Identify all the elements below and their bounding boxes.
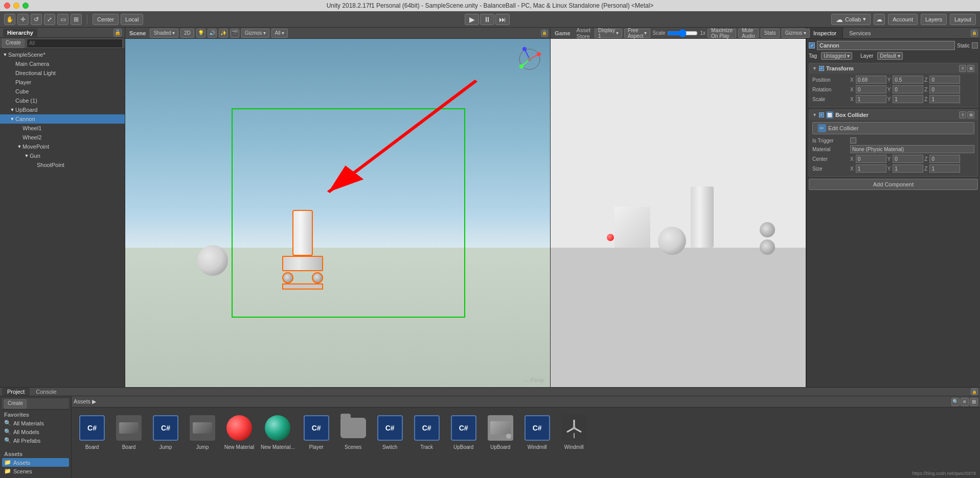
asset-jump-csharp[interactable]: C# Jump — [149, 412, 182, 451]
hierarchy-lock[interactable]: 🔒 — [113, 29, 122, 37]
box-collider-header[interactable]: ▼ ✓ ⬜ Box Collider ? ⚙ — [809, 110, 977, 120]
edit-collider-button[interactable]: ✏ Edit Collider — [812, 122, 974, 134]
scene-lock-icon[interactable]: 🔒 — [541, 30, 548, 37]
static-checkbox[interactable] — [972, 42, 978, 49]
object-enabled-checkbox[interactable]: ✓ — [809, 42, 815, 49]
scale-tool[interactable]: ⤢ — [44, 14, 55, 25]
scale-y-input[interactable] — [893, 95, 923, 103]
transform-enabled[interactable]: ✓ — [819, 66, 824, 71]
maximize-button[interactable] — [22, 3, 29, 9]
scene-fx-toggle[interactable]: ✨ — [219, 29, 228, 38]
hierarchy-item-main-camera[interactable]: Main Camera — [0, 59, 125, 68]
assets-grid-icon[interactable]: ⊞ — [970, 398, 978, 406]
hierarchy-item-movepoint[interactable]: ▼MovePoint — [0, 142, 125, 151]
scene-audio-toggle[interactable]: 🔊 — [208, 29, 217, 38]
project-create-btn[interactable]: Create — [4, 399, 27, 409]
pos-x-input[interactable] — [856, 76, 886, 84]
hierarchy-item-cube--1-[interactable]: Cube (1) — [0, 96, 125, 105]
hierarchy-item-cannon[interactable]: ▼Cannon — [0, 114, 125, 124]
rotate-tool[interactable]: ↺ — [31, 14, 42, 25]
scale-slider[interactable] — [667, 30, 698, 36]
game-gizmos-btn[interactable]: Gizmos▾ — [782, 29, 810, 38]
inspector-lock[interactable]: 🔒 — [971, 30, 978, 37]
layer-dropdown[interactable]: Default ▾ — [877, 52, 902, 60]
center-x-input[interactable] — [856, 155, 886, 163]
hierarchy-tab[interactable]: Hierarchy — [3, 29, 37, 37]
asset-windmill-3d[interactable]: Windmill — [558, 412, 590, 451]
hierarchy-item-gun[interactable]: ▼Gun — [0, 151, 125, 160]
pos-z-input[interactable] — [929, 76, 960, 84]
scene-scene-toggle[interactable]: 🎬 — [230, 29, 239, 38]
transform-ref-icon[interactable]: ? — [959, 65, 966, 72]
asset-jump-3d[interactable]: Jump — [186, 412, 219, 451]
pos-y-input[interactable] — [893, 76, 923, 84]
hand-tool[interactable]: ✋ — [4, 14, 15, 25]
shading-dropdown[interactable]: Shaded▾ — [150, 29, 178, 38]
mute-audio-btn[interactable]: Mute Audio — [738, 29, 759, 38]
size-x-input[interactable] — [856, 164, 886, 173]
asset-player-csharp[interactable]: C# Player — [300, 412, 333, 451]
fav-all-prefabs[interactable]: 🔍 All Prefabs — [2, 436, 69, 445]
asset-upboard-3d[interactable]: UpBoard — [484, 412, 517, 451]
asset-new-material-teal[interactable]: New Material... — [260, 412, 296, 451]
assets-search-icon[interactable]: 🔍 — [951, 398, 960, 406]
rect-tool[interactable]: ▭ — [57, 14, 69, 25]
project-tab[interactable]: Project — [2, 388, 30, 396]
tag-dropdown[interactable]: Untagged ▾ — [821, 52, 852, 60]
size-y-input[interactable] — [893, 164, 923, 173]
local-toggle[interactable]: Local — [121, 14, 143, 25]
play-button[interactable]: ▶ — [465, 14, 479, 25]
maximize-on-play-btn[interactable]: Maximize On Play — [708, 29, 736, 38]
stats-btn[interactable]: Stats — [761, 29, 780, 38]
center-toggle[interactable]: Center — [93, 14, 119, 25]
services-tab[interactable]: Services — [843, 28, 877, 38]
hierarchy-item-player[interactable]: Player — [0, 78, 125, 87]
asset-upboard-csharp[interactable]: C# UpBoard — [447, 412, 480, 451]
gizmos-dropdown[interactable]: Gizmos▾ — [241, 29, 269, 38]
asset-windmill-csharp[interactable]: C# Windmill — [521, 412, 554, 451]
rot-x-input[interactable] — [856, 85, 886, 93]
game-view-content[interactable] — [551, 39, 806, 387]
game-title[interactable]: Game — [553, 30, 573, 36]
scene-view-content[interactable]: ← Persp — [125, 39, 550, 387]
add-component-button[interactable]: Add Component — [809, 179, 978, 190]
asset-track-csharp[interactable]: C# Track — [411, 412, 443, 451]
center-y-input[interactable] — [893, 155, 923, 163]
asset-board-3d[interactable]: Board — [112, 412, 145, 451]
step-button[interactable]: ⏭ — [495, 14, 510, 25]
account-button[interactable]: Account — [888, 14, 918, 25]
hierarchy-item-shootpoint[interactable]: ShootPoint — [0, 160, 125, 170]
fav-scenes-folder[interactable]: 📁 Scenes — [2, 467, 69, 475]
move-tool[interactable]: ✛ — [17, 14, 29, 25]
assets-list-icon[interactable]: ≡ — [961, 398, 969, 406]
is-trigger-checkbox[interactable] — [850, 137, 856, 144]
console-tab[interactable]: Console — [31, 388, 61, 396]
display-dropdown[interactable]: Display 1▾ — [595, 29, 622, 38]
asset-board-csharp[interactable]: C# Board — [76, 412, 108, 451]
2d-toggle[interactable]: 2D — [180, 29, 194, 38]
asset-switch-csharp[interactable]: C# Switch — [374, 412, 406, 451]
hierarchy-item-cube[interactable]: Cube — [0, 87, 125, 96]
scene-all-btn[interactable]: All▾ — [271, 29, 288, 38]
hierarchy-item-wheel2[interactable]: Wheel2 — [0, 133, 125, 142]
hierarchy-item-upboard[interactable]: ▼UpBoard — [0, 105, 125, 114]
fav-all-materials[interactable]: 🔍 All Materials — [2, 419, 69, 427]
hierarchy-search[interactable] — [27, 39, 123, 48]
collider-ref-icon[interactable]: ? — [959, 111, 966, 118]
minimize-button[interactable] — [13, 3, 19, 9]
fav-all-models[interactable]: 🔍 All Models — [2, 427, 69, 436]
size-z-input[interactable] — [929, 164, 960, 173]
hierarchy-item-wheel1[interactable]: Wheel1 — [0, 124, 125, 133]
bottom-lock-icon[interactable]: 🔒 — [971, 388, 978, 395]
hierarchy-item-directional-light[interactable]: Directional Light — [0, 68, 125, 78]
rot-y-input[interactable] — [893, 85, 923, 93]
hierarchy-create-btn[interactable]: Create — [2, 39, 25, 48]
collab-button[interactable]: ☁ Collab ▾ — [831, 14, 871, 25]
object-name-field[interactable] — [817, 41, 955, 50]
collider-enabled[interactable]: ✓ — [819, 112, 824, 117]
fav-assets-folder[interactable]: 📁 Assets — [2, 458, 69, 467]
material-input[interactable] — [850, 145, 974, 153]
close-button[interactable] — [4, 3, 10, 9]
rot-z-input[interactable] — [929, 85, 960, 93]
asset-scenes-folder[interactable]: Scenes — [337, 412, 370, 451]
